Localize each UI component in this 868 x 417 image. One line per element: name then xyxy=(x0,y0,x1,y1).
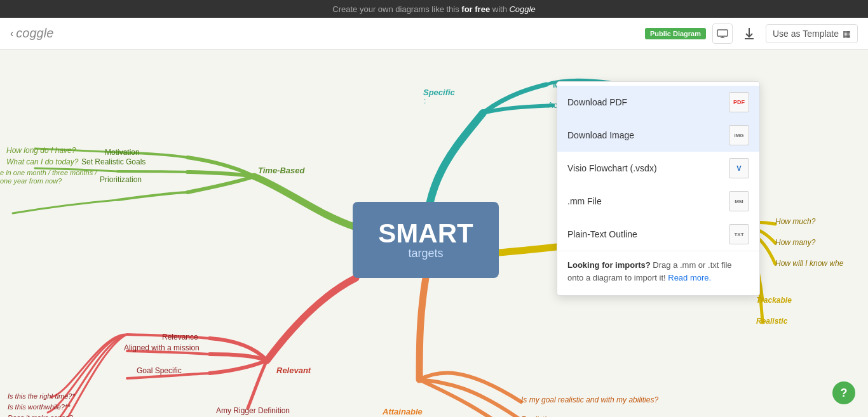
import-link[interactable]: Read more. xyxy=(668,273,711,282)
what-can-i-do-label: What can I do today? xyxy=(6,157,78,166)
txt-icon: TXT xyxy=(729,224,749,244)
banner-text-bold: for free xyxy=(461,4,490,14)
time-based-label: Time-Based xyxy=(258,166,304,175)
amy-rigger-label: Amy Rigger Definition xyxy=(216,406,290,415)
back-arrow-icon: ‹ xyxy=(10,28,13,39)
mm-icon: MM xyxy=(729,191,749,211)
download-pdf-label: Download PDF xyxy=(567,97,627,107)
does-make-sense-label: Does it make sense? xyxy=(8,414,73,417)
relevant-label: Relevant xyxy=(276,366,311,375)
aligned-label: Aligned with a mission xyxy=(124,343,200,352)
public-diagram-badge: Public Diagram xyxy=(645,28,706,39)
center-title: SMART xyxy=(378,220,473,247)
trackable-label: Trackable xyxy=(756,296,792,305)
import-bold: Looking for imports? xyxy=(567,260,651,270)
download-image-label: Download Image xyxy=(567,130,634,140)
monitor-icon-button[interactable] xyxy=(712,23,733,44)
header: ‹ coggle Public Diagram Use as Template … xyxy=(0,18,868,50)
plain-text-label: Plain-Text Outline xyxy=(567,229,637,239)
center-box: SMART targets xyxy=(353,202,499,278)
specific-colon: : xyxy=(424,96,426,105)
how-long-label: How long do I have? xyxy=(6,146,76,155)
plain-text-item[interactable]: Plain-Text Outline TXT xyxy=(557,218,759,251)
is-right-time-label: Is this the right time?* xyxy=(8,392,75,400)
svg-rect-0 xyxy=(717,30,728,36)
motivation-label: Motivation xyxy=(105,148,140,157)
template-icon: ▦ xyxy=(843,29,851,39)
logo-text: coggle xyxy=(16,26,53,41)
help-button[interactable]: ? xyxy=(832,381,855,404)
is-worthwhile-label: Is this worthwhile?** xyxy=(8,403,70,411)
goal-specific-label: Goal Specific xyxy=(137,366,182,375)
how-much-label: How much? xyxy=(775,217,815,226)
in-one-month-label: e in one month / three months / one year… xyxy=(0,169,108,185)
attainable-label: Attainable xyxy=(383,407,423,416)
realistic-yellow-label: Realistic xyxy=(756,317,787,326)
download-image-item[interactable]: Download Image IMG xyxy=(557,119,759,152)
mm-file-label: .mm File xyxy=(567,196,602,206)
use-template-label: Use as Template xyxy=(773,29,839,39)
set-realistic-goals-label: Set Realistic Goals xyxy=(81,157,146,166)
use-template-button[interactable]: Use as Template ▦ xyxy=(766,24,858,43)
is-goal-realistic-label: Is my goal realistic and with my abiliti… xyxy=(521,395,658,404)
how-will-i-know-label: How will I know whe xyxy=(775,259,843,268)
dropdown-menu: Download PDF PDF Download Image IMG Visi… xyxy=(557,81,760,296)
banner-text-before: Create your own diagrams like this xyxy=(332,4,461,14)
specific-label: Specific xyxy=(423,88,455,97)
visio-flowchart-item[interactable]: Visio Flowchart (.vsdx) V xyxy=(557,152,759,185)
pdf-icon: PDF xyxy=(729,92,749,112)
banner-text-after: with xyxy=(492,4,510,14)
download-pdf-item[interactable]: Download PDF PDF xyxy=(557,86,759,119)
img-icon: IMG xyxy=(729,125,749,145)
mm-file-item[interactable]: .mm File MM xyxy=(557,185,759,218)
how-many-label: How many? xyxy=(775,238,815,247)
download-arrow-button[interactable] xyxy=(739,23,759,44)
visio-icon: V xyxy=(729,158,749,178)
relevance-label: Relevance xyxy=(162,333,198,341)
visio-label: Visio Flowchart (.vsdx) xyxy=(567,163,657,173)
top-banner: Create your own diagrams like this for f… xyxy=(0,0,868,18)
banner-brand: Coggle xyxy=(509,4,535,14)
import-info: Looking for imports? Drag a .mm or .txt … xyxy=(557,251,759,291)
header-right: Public Diagram Use as Template ▦ xyxy=(645,23,858,44)
center-subtitle: targets xyxy=(408,247,443,260)
canvas: SMART targets Specific : Make Goals Spec… xyxy=(0,50,868,417)
back-button[interactable]: ‹ coggle xyxy=(10,26,53,41)
